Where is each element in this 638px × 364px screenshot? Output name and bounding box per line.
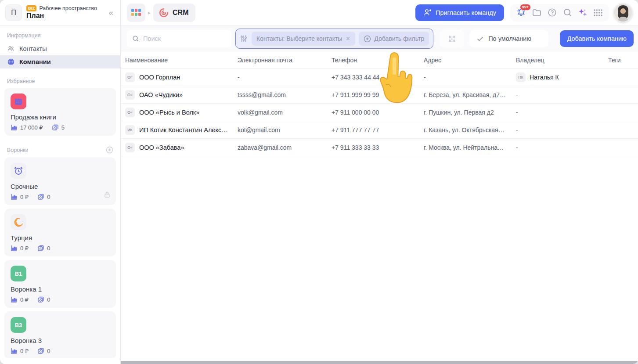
table-row[interactable]: ИКИП Котик Константин Алекс… kot@gmail.c… [121, 121, 638, 139]
lock-icon [104, 191, 111, 200]
folder-icon[interactable] [531, 7, 542, 18]
funnel-stats: 0 ₽ 0 [11, 193, 110, 200]
search-box[interactable] [127, 30, 231, 47]
deals-cards-icon [37, 296, 44, 303]
active-filters-group: Контакты: Выберите контакты ✕ Добавить ф… [235, 29, 433, 49]
funnel-amount: 0 ₽ [20, 245, 29, 252]
global-search-icon[interactable] [562, 7, 573, 18]
workspace-meta: BIZ Рабочее пространство План [26, 5, 107, 20]
invite-team-button[interactable]: Пригласить команду [415, 4, 504, 21]
funnel-stats: 0 ₽ 0 [11, 347, 110, 354]
funnel-stats: 17 000 ₽ 5 [11, 124, 110, 131]
sidebar-item-label: Контакты [19, 45, 47, 52]
funnel-card-3[interactable]: В3 Воронка 3 0 ₽ 0 [4, 311, 116, 359]
company-phone: +7 911 999 99 99 [332, 91, 424, 98]
help-icon[interactable] [546, 7, 558, 18]
ai-sparkles-icon[interactable] [577, 7, 588, 18]
filter-toolbar: Контакты: Выберите контакты ✕ Добавить ф… [121, 25, 638, 52]
column-header-address[interactable]: Адрес [424, 57, 516, 64]
add-company-button[interactable]: Добавить компанию [560, 30, 634, 47]
company-address: г. Пушкин, ул. Первая д2 [424, 109, 516, 116]
column-header-phone[interactable]: Телефон [332, 57, 424, 64]
search-icon [132, 35, 139, 43]
crm-logo-icon [159, 7, 169, 18]
funnel-title: Срочные [11, 183, 110, 190]
company-initials-badge: О« [125, 90, 135, 100]
sidebar-item-label: Компании [19, 58, 51, 65]
add-filter-chip[interactable]: Добавить фильтр [359, 32, 429, 46]
plus-circle-icon [364, 35, 371, 43]
funnel-deals-count: 0 [47, 194, 50, 200]
revenue-chart-icon [11, 193, 18, 200]
funnel-title: Продажа книги [11, 113, 110, 121]
person-plus-icon [423, 8, 432, 17]
column-header-name[interactable]: Наименование [125, 57, 238, 64]
dots-grid-icon[interactable] [592, 7, 604, 18]
horizontal-scrollbar[interactable] [121, 361, 638, 364]
company-name: ООО «Рысь и Волк» [139, 109, 199, 116]
workspace-type-label: Рабочее пространство [39, 5, 97, 11]
table-row[interactable]: ОГООО Горплан - +7 343 333 44 44 - НКНат… [121, 68, 638, 86]
revenue-chart-icon [11, 347, 18, 354]
column-header-email[interactable]: Электронная почта [238, 57, 332, 64]
company-name: ИП Котик Константин Алекс… [139, 126, 228, 133]
workspace-avatar[interactable]: П [5, 4, 22, 21]
companies-globe-icon [7, 58, 15, 66]
notifications-count-badge: 99+ [520, 4, 531, 11]
deals-cards-icon [52, 124, 59, 131]
table-row[interactable]: О«ООО «Рысь и Волк» volk@gmail.com +7 91… [121, 104, 638, 121]
sidebar-item-contacts[interactable]: Контакты [0, 42, 120, 55]
sidebar-item-companies[interactable]: Компании [0, 55, 120, 68]
remove-filter-icon[interactable]: ✕ [346, 36, 350, 42]
search-input[interactable] [143, 35, 226, 42]
funnel-card-turkey[interactable]: Турция 0 ₽ 0 [4, 209, 116, 256]
tab-crm[interactable]: CRM [153, 4, 195, 22]
add-funnel-icon[interactable] [106, 146, 113, 154]
notifications-bell-icon[interactable]: 99+ [515, 7, 527, 18]
company-owner: - [516, 144, 608, 151]
sidebar-collapse-icon[interactable]: « [107, 8, 115, 18]
table-header-row: Наименование Электронная почта Телефон А… [121, 52, 638, 68]
company-initials-badge: ИК [125, 125, 135, 135]
sidebar-scroll-area: Информация Контакты [0, 25, 120, 364]
main-area: ▸ CRM Пригласить команду [121, 0, 638, 364]
owner-initials-badge: НК [516, 72, 526, 82]
funnel-stats: 0 ₽ 0 [11, 296, 110, 303]
column-header-tags[interactable]: Теги [608, 57, 638, 64]
revenue-chart-icon [11, 245, 18, 252]
alarm-clock-icon [11, 163, 26, 179]
column-header-owner[interactable]: Владелец [516, 57, 608, 64]
company-initials-badge: О« [125, 108, 135, 117]
favorite-funnel-card[interactable]: Продажа книги 17 000 ₽ 5 [4, 88, 116, 136]
user-avatar[interactable] [613, 3, 633, 22]
company-owner: - [516, 109, 608, 116]
section-favorites-title: Избранное [0, 68, 120, 88]
sort-default-button[interactable]: По умолчанию [469, 30, 548, 47]
add-filter-label: Добавить фильтр [375, 35, 425, 42]
funnel-deals-count: 0 [47, 348, 50, 354]
contacts-filter-chip[interactable]: Контакты: Выберите контакты ✕ [252, 32, 355, 46]
tab-crm-label: CRM [173, 9, 188, 17]
funnel-deals-count: 5 [61, 124, 65, 131]
company-phone: +7 911 333 33 33 [332, 144, 424, 151]
expand-fullscreen-icon[interactable] [440, 30, 464, 47]
apps-grid-icon[interactable] [127, 4, 145, 22]
table-row[interactable]: О«ООО «Забава» zabava@gmail.com +7 911 3… [121, 139, 638, 156]
table-row[interactable]: О«ОАО «Чудики» tssss@gmail.com +7 911 99… [121, 86, 638, 104]
funnel-card-1[interactable]: В1 Воронка 1 0 ₽ 0 [4, 260, 116, 308]
funnel-card-urgent[interactable]: Срочные 0 ₽ 0 [4, 157, 116, 205]
workspace-header: П BIZ Рабочее пространство План « [0, 0, 120, 25]
invite-team-label: Пригласить команду [436, 9, 496, 16]
sidebar-bottom-fade [0, 358, 120, 364]
calendar-icon [11, 94, 26, 109]
funnel-amount: 0 ₽ [20, 348, 29, 354]
add-company-label: Добавить компанию [567, 35, 627, 42]
revenue-chart-icon [11, 296, 18, 303]
company-address: г. Береза, ул. Красивая, д7… [424, 91, 516, 98]
company-initials-badge: ОГ [125, 72, 135, 82]
contacts-people-icon [7, 45, 15, 53]
company-phone: +7 911 777 77 77 [332, 126, 424, 133]
funnel-stats: 0 ₽ 0 [11, 245, 110, 252]
contacts-filter-chip-label: Контакты: Выберите контакты [256, 35, 342, 42]
deals-cards-icon [37, 347, 44, 354]
